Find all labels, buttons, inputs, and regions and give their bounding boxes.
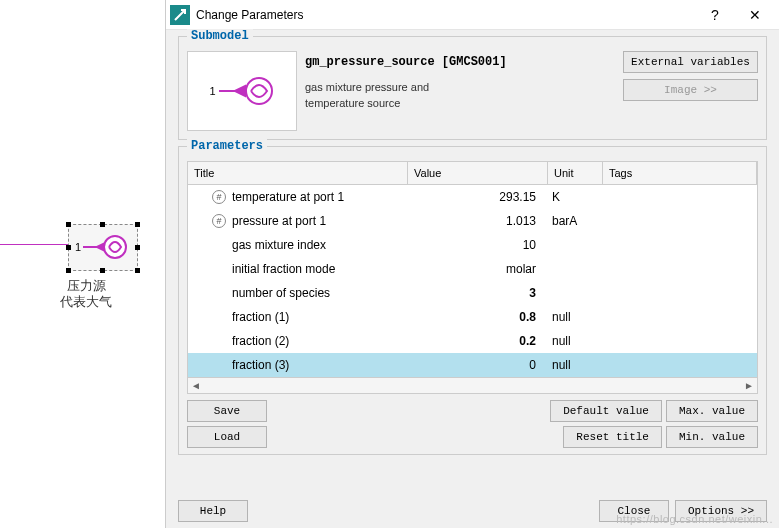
table-header: Title Value Unit Tags — [188, 162, 757, 185]
max-value-button[interactable]: Max. value — [666, 400, 758, 422]
external-variables-button[interactable]: External variables — [623, 51, 758, 73]
param-title: gas mixture index — [232, 238, 326, 252]
svg-point-2 — [104, 236, 126, 258]
param-value[interactable]: 1.013 — [408, 214, 548, 228]
svg-marker-4 — [235, 86, 245, 96]
component-label: 压力源 代表大气 — [60, 278, 112, 310]
close-window-button[interactable]: ✕ — [735, 1, 775, 29]
param-title: initial fraction mode — [232, 262, 335, 276]
param-title: fraction (3) — [232, 358, 289, 372]
table-row[interactable]: fraction (1)0.8null — [188, 305, 757, 329]
param-unit: null — [548, 334, 603, 348]
dialog-title: Change Parameters — [196, 8, 695, 22]
param-unit: K — [548, 190, 603, 204]
save-button[interactable]: Save — [187, 400, 267, 422]
table-body: #temperature at port 1293.15K#pressure a… — [188, 185, 757, 377]
param-value[interactable]: molar — [408, 262, 548, 276]
table-row[interactable]: fraction (2)0.2null — [188, 329, 757, 353]
app-icon — [170, 5, 190, 25]
col-tags[interactable]: Tags — [603, 162, 757, 184]
param-title: pressure at port 1 — [232, 214, 326, 228]
param-value[interactable]: 0.2 — [408, 334, 548, 348]
change-parameters-dialog: Change Parameters ? ✕ Submodel 1 gm_pres… — [165, 0, 779, 528]
watermark: https://blog.csdn.net/weixin... — [616, 513, 773, 525]
load-button[interactable]: Load — [187, 426, 267, 448]
hash-icon: # — [212, 190, 226, 204]
param-title: temperature at port 1 — [232, 190, 344, 204]
help-button[interactable]: Help — [178, 500, 248, 522]
titlebar: Change Parameters ? ✕ — [166, 0, 779, 30]
port-wire — [0, 244, 68, 245]
port-number: 1 — [75, 241, 81, 253]
hash-icon: # — [212, 214, 226, 228]
scroll-right-icon[interactable]: ► — [741, 378, 757, 394]
table-row[interactable]: fraction (3)0null — [188, 353, 757, 377]
table-row[interactable]: #temperature at port 1293.15K — [188, 185, 757, 209]
col-value[interactable]: Value — [408, 162, 548, 184]
submodel-text: gm_pressure_source [GMCS001] gas mixture… — [305, 51, 615, 131]
col-unit[interactable]: Unit — [548, 162, 603, 184]
selected-component[interactable]: 1 — [68, 224, 138, 271]
param-title: fraction (2) — [232, 334, 289, 348]
min-value-button[interactable]: Min. value — [666, 426, 758, 448]
reset-title-button[interactable]: Reset title — [563, 426, 662, 448]
image-button[interactable]: Image >> — [623, 79, 758, 101]
table-row[interactable]: gas mixture index10 — [188, 233, 757, 257]
help-button[interactable]: ? — [695, 1, 735, 29]
scroll-left-icon[interactable]: ◄ — [188, 378, 204, 394]
pressure-source-icon — [219, 74, 275, 108]
submodel-icon-box: 1 — [187, 51, 297, 131]
parameters-table: Title Value Unit Tags #temperature at po… — [187, 161, 758, 394]
table-row[interactable]: initial fraction modemolar — [188, 257, 757, 281]
table-row[interactable]: number of species3 — [188, 281, 757, 305]
param-value[interactable]: 293.15 — [408, 190, 548, 204]
param-value[interactable]: 3 — [408, 286, 548, 300]
param-value[interactable]: 0 — [408, 358, 548, 372]
submodel-group-title: Submodel — [187, 29, 253, 43]
submodel-name: gm_pressure_source [GMCS001] — [305, 55, 615, 69]
parameters-group-title: Parameters — [187, 139, 267, 153]
param-value[interactable]: 10 — [408, 238, 548, 252]
param-unit: null — [548, 310, 603, 324]
param-value[interactable]: 0.8 — [408, 310, 548, 324]
param-title: number of species — [232, 286, 330, 300]
submodel-group: Submodel 1 gm_pressure_source [GMCS001] … — [178, 36, 767, 140]
param-unit: null — [548, 358, 603, 372]
parameters-group: Parameters Title Value Unit Tags #temper… — [178, 146, 767, 455]
default-value-button[interactable]: Default value — [550, 400, 662, 422]
canvas-area: 1 压力源 代表大气 — [0, 0, 165, 528]
pressure-source-icon — [83, 233, 129, 261]
param-title: fraction (1) — [232, 310, 289, 324]
table-row[interactable]: #pressure at port 11.013barA — [188, 209, 757, 233]
col-title[interactable]: Title — [188, 162, 408, 184]
horizontal-scrollbar[interactable]: ◄ ► — [188, 377, 757, 393]
param-unit: barA — [548, 214, 603, 228]
